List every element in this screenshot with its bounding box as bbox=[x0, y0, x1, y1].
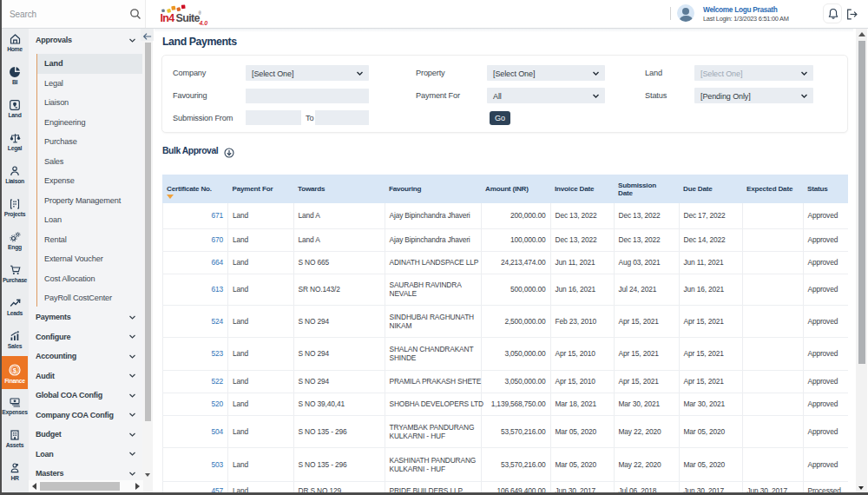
svg-text:Suite: Suite bbox=[176, 12, 201, 24]
svg-text:®: ® bbox=[199, 10, 202, 16]
svg-text:In4: In4 bbox=[161, 12, 174, 24]
svg-text:$: $ bbox=[13, 366, 17, 374]
svg-text:4.0: 4.0 bbox=[199, 20, 208, 26]
